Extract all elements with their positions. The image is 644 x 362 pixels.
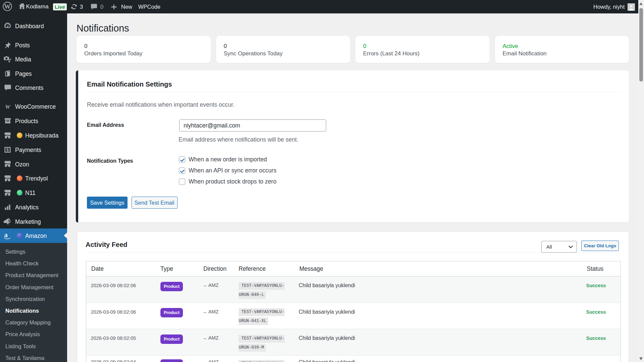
svg-text:$: $: [6, 147, 9, 152]
svg-text:a: a: [4, 231, 8, 239]
svg-text:W: W: [5, 103, 11, 110]
svg-text:W: W: [4, 3, 11, 10]
